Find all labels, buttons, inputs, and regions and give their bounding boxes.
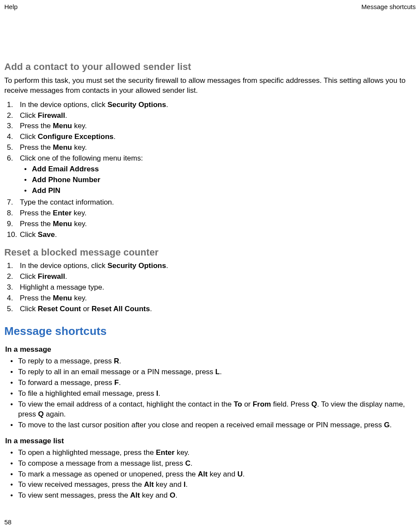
shortcut-item: To open a highlighted message, press the… — [18, 448, 417, 458]
step-item: Click Firewall. — [20, 111, 417, 121]
steps-list-reset-counter: In the device options, click Security Op… — [4, 261, 417, 314]
step-item: Press the Menu key. — [20, 293, 417, 303]
page-number: 58 — [4, 518, 12, 527]
step-item: Click Reset Count or Reset All Counts. — [20, 304, 417, 314]
step-item: Click one of the following menu items: A… — [20, 154, 417, 196]
section-title-reset-counter: Reset a blocked message counter — [4, 246, 417, 259]
steps-list-allowed-sender: In the device options, click Security Op… — [4, 100, 417, 240]
step-item: In the device options, click Security Op… — [20, 100, 417, 110]
sub-bullet-item: Add Email Address — [30, 164, 417, 174]
section-title-message-shortcuts: Message shortcuts — [4, 324, 417, 339]
shortcut-item: To view sent messages, press the Alt key… — [18, 491, 417, 501]
shortcut-item: To reply to all in an email message or a… — [18, 367, 417, 377]
step-item: Click Save. — [20, 230, 417, 240]
shortcut-list-in-message: To reply to a message, press R. To reply… — [4, 356, 417, 430]
section-intro: To perform this task, you must set the s… — [4, 76, 417, 96]
sub-bullets: Add Email Address Add Phone Number Add P… — [22, 164, 417, 196]
step-item: Press the Menu key. — [20, 143, 417, 153]
header-left: Help — [4, 3, 18, 11]
shortcut-item: To forward a message, press F. — [18, 378, 417, 388]
step-item: Press the Enter key. — [20, 208, 417, 218]
shortcut-item: To view received messages, press the Alt… — [18, 480, 417, 490]
shortcut-item: To mark a message as opened or unopened,… — [18, 470, 417, 480]
shortcut-item: To move to the last cursor position afte… — [18, 420, 417, 430]
step-item: Highlight a message type. — [20, 283, 417, 293]
step-item: Press the Menu key. — [20, 121, 417, 131]
step-item: Type the contact information. — [20, 198, 417, 208]
header-right: Message shortcuts — [361, 3, 416, 11]
step-item: Press the Menu key. — [20, 219, 417, 229]
shortcut-item: To compose a message from a message list… — [18, 459, 417, 469]
shortcut-item: To view the email address of a contact, … — [18, 400, 417, 420]
step-item: Click Configure Exceptions. — [20, 132, 417, 142]
shortcut-item: To reply to a message, press R. — [18, 356, 417, 366]
shortcut-group-head: In a message — [5, 345, 417, 355]
section-title-allowed-sender: Add a contact to your allowed sender lis… — [4, 60, 417, 73]
sub-bullet-item: Add PIN — [30, 186, 417, 196]
shortcut-group-head: In a message list — [5, 436, 417, 446]
step-item: In the device options, click Security Op… — [20, 261, 417, 271]
shortcut-list-in-message-list: To open a highlighted message, press the… — [4, 448, 417, 501]
doc-body: Add a contact to your allowed sender lis… — [4, 60, 417, 504]
shortcut-item: To file a highlighted email message, pre… — [18, 389, 417, 399]
sub-bullet-item: Add Phone Number — [30, 175, 417, 185]
step-item: Click Firewall. — [20, 272, 417, 282]
